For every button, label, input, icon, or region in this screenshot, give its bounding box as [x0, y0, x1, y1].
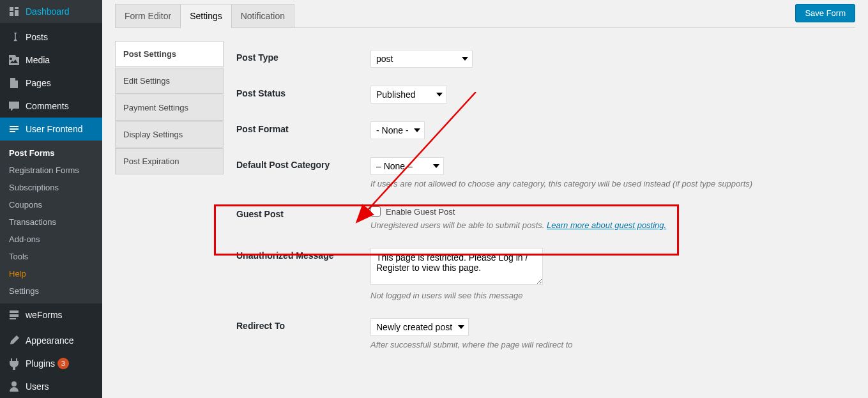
- menu-users[interactable]: Users: [0, 375, 102, 398]
- help-redirect-to: After successfull submit, where the page…: [370, 340, 842, 349]
- settings-tab-post-settings[interactable]: Post Settings: [115, 41, 224, 67]
- submenu-coupons[interactable]: Coupons: [0, 196, 102, 213]
- select-default-category[interactable]: – None –: [370, 157, 444, 175]
- menu-pages[interactable]: Pages: [0, 72, 102, 95]
- tab-notification[interactable]: Notification: [232, 4, 294, 28]
- plugin-count-badge: 3: [57, 358, 69, 369]
- link-learn-more-guest-posting[interactable]: Learn more about guest posting.: [547, 220, 666, 230]
- page-icon: [8, 77, 20, 89]
- menu-comments[interactable]: Comments: [0, 95, 102, 118]
- dashboard-icon: [8, 5, 20, 18]
- select-post-status[interactable]: Published: [370, 86, 447, 103]
- textarea-unauthorized-message[interactable]: This page is restricted. Please Log in /…: [370, 248, 543, 285]
- settings-tab-display-settings[interactable]: Display Settings: [115, 121, 224, 148]
- label-post-type: Post Type: [236, 50, 370, 63]
- save-form-button[interactable]: Save Form: [795, 4, 855, 22]
- label-unauthorized-message: Unauthorized Message: [236, 248, 370, 261]
- label-redirect-to: Redirect To: [236, 318, 370, 331]
- submenu-post-forms[interactable]: Post Forms: [0, 144, 102, 162]
- help-unauthorized-message: Not logged in users will see this messag…: [370, 291, 842, 300]
- settings-tab-edit-settings[interactable]: Edit Settings: [115, 68, 224, 94]
- submenu-settings[interactable]: Settings: [0, 282, 102, 300]
- admin-sidebar: Dashboard Posts Media Pages Comments Use…: [0, 0, 102, 398]
- menu-label: Users: [26, 381, 49, 392]
- label-post-status: Post Status: [236, 86, 370, 98]
- menu-dashboard[interactable]: Dashboard: [0, 0, 102, 23]
- help-guest-post: Unregistered users will be able to submi…: [370, 220, 842, 230]
- menu-label: Pages: [26, 78, 51, 88]
- checkbox-label-guest-post: Enable Guest Post: [386, 207, 455, 217]
- menu-weforms[interactable]: weForms: [0, 303, 102, 326]
- menu-label: Appearance: [26, 335, 74, 346]
- select-redirect-to[interactable]: Newly created post: [370, 318, 469, 336]
- settings-sidebar: Post Settings Edit Settings Payment Sett…: [115, 41, 224, 398]
- brush-icon: [8, 334, 20, 347]
- menu-label: User Frontend: [26, 124, 82, 134]
- media-icon: [8, 54, 20, 66]
- plug-icon: [8, 357, 20, 370]
- submenu-user-frontend: Post Forms Registration Forms Subscripti…: [0, 141, 102, 303]
- label-post-format: Post Format: [236, 121, 370, 134]
- submenu-add-ons[interactable]: Add-ons: [0, 231, 102, 248]
- select-post-type[interactable]: post: [370, 50, 473, 68]
- menu-label: Media: [26, 55, 50, 65]
- select-post-format[interactable]: - None -: [370, 121, 425, 139]
- menu-appearance[interactable]: Appearance: [0, 329, 102, 352]
- user-icon: [8, 380, 20, 393]
- help-default-category: If users are not allowed to choose any c…: [370, 179, 842, 188]
- settings-tab-post-expiration[interactable]: Post Expiration: [115, 148, 224, 174]
- menu-label: Posts: [26, 32, 48, 42]
- submenu-subscriptions[interactable]: Subscriptions: [0, 179, 102, 196]
- tab-form-editor[interactable]: Form Editor: [115, 4, 181, 28]
- settings-tab-payment-settings[interactable]: Payment Settings: [115, 95, 224, 121]
- comment-icon: [8, 100, 20, 112]
- menu-label: Dashboard: [26, 6, 70, 17]
- label-default-category: Default Post Category: [236, 157, 370, 170]
- form-tabs: Form Editor Settings Notification: [115, 4, 294, 28]
- menu-label: Plugins: [26, 358, 55, 369]
- submenu-transactions[interactable]: Transactions: [0, 213, 102, 231]
- label-guest-post: Guest Post: [236, 206, 370, 219]
- submenu-tools[interactable]: Tools: [0, 248, 102, 265]
- menu-user-frontend[interactable]: User Frontend: [0, 118, 102, 141]
- menu-label: weForms: [26, 310, 63, 320]
- pin-icon: [8, 31, 20, 43]
- submenu-registration-forms[interactable]: Registration Forms: [0, 162, 102, 179]
- forms-icon: [8, 309, 20, 321]
- menu-media[interactable]: Media: [0, 49, 102, 72]
- main-content: Form Editor Settings Notification Save F…: [102, 0, 868, 398]
- checkbox-enable-guest-post[interactable]: [370, 206, 381, 217]
- settings-form: Post Type post Post Status Published Pos…: [224, 41, 855, 398]
- submenu-help[interactable]: Help: [0, 265, 102, 282]
- menu-plugins[interactable]: Plugins 3: [0, 352, 102, 375]
- tab-settings[interactable]: Settings: [181, 4, 232, 28]
- frontend-icon: [8, 123, 20, 135]
- menu-label: Comments: [26, 101, 69, 111]
- menu-posts[interactable]: Posts: [0, 26, 102, 49]
